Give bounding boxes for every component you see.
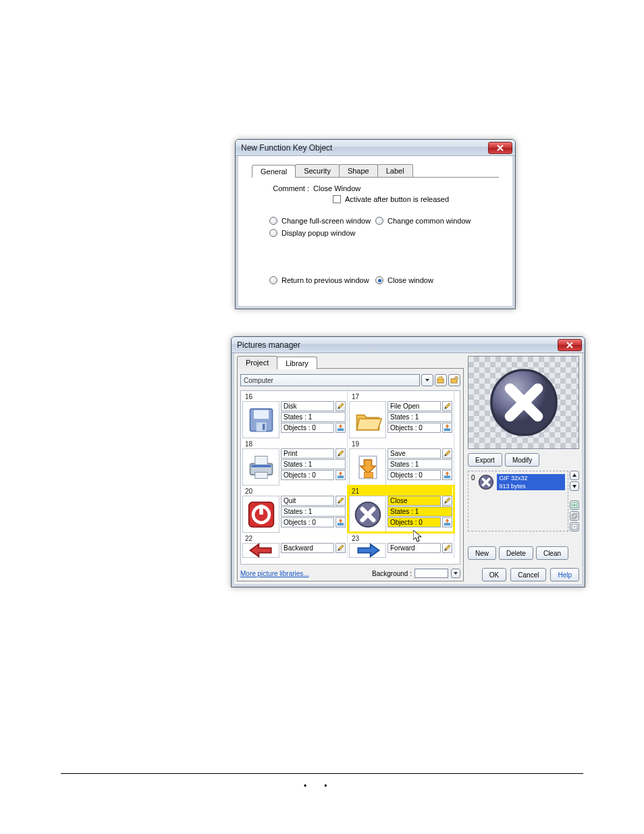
- item-name: Backward: [281, 543, 334, 553]
- rename-icon[interactable]: [442, 496, 452, 506]
- svg-rect-4: [254, 410, 269, 419]
- item-number: 20: [242, 487, 346, 496]
- rename-icon[interactable]: [336, 496, 346, 506]
- grid-item[interactable]: 22Backward: [241, 533, 348, 558]
- library-open-icon[interactable]: [435, 374, 447, 386]
- pictures-manager-dialog: Pictures manager Project Library Compute…: [231, 336, 585, 588]
- radio-return[interactable]: [269, 276, 277, 284]
- radio-common[interactable]: [375, 217, 383, 225]
- item-name: Quit: [281, 496, 334, 506]
- titlebar[interactable]: New Function Key Object: [236, 140, 515, 156]
- svg-rect-20: [338, 523, 344, 525]
- close-icon[interactable]: [558, 339, 582, 351]
- background-color-picker[interactable]: [414, 569, 448, 578]
- item-name: File Open: [387, 401, 441, 411]
- svg-rect-22: [444, 523, 450, 525]
- tab-general[interactable]: General: [252, 165, 296, 178]
- item-name: Save: [387, 448, 441, 459]
- item-number: 19: [349, 440, 452, 448]
- insert-icon[interactable]: [336, 423, 346, 433]
- save-icon: [349, 448, 386, 486]
- svg-rect-13: [338, 475, 344, 478]
- dropdown-icon[interactable]: [451, 569, 460, 578]
- tab-project[interactable]: Project: [237, 356, 277, 369]
- rename-icon[interactable]: [442, 401, 452, 411]
- export-button[interactable]: Export: [468, 453, 502, 467]
- grid-item[interactable]: 16DiskStates : 1Objects : 0: [241, 391, 348, 438]
- rename-icon[interactable]: [336, 401, 346, 411]
- item-states: States : 1: [387, 459, 452, 469]
- tab-shape[interactable]: Shape: [339, 164, 378, 177]
- activate-checkbox[interactable]: [333, 195, 341, 203]
- radio-close[interactable]: [375, 276, 383, 284]
- grid-item[interactable]: 18PrintStates : 1Objects : 0: [241, 438, 348, 486]
- rename-icon[interactable]: [442, 543, 452, 553]
- ok-button[interactable]: OK: [482, 568, 506, 581]
- footer-divider: [61, 773, 583, 774]
- grid-item[interactable]: 20QuitStates : 1Objects : 0: [241, 486, 348, 533]
- close-icon: [487, 365, 561, 440]
- insert-icon[interactable]: [442, 517, 452, 527]
- svg-rect-10: [254, 456, 267, 465]
- rename-icon[interactable]: [336, 448, 346, 459]
- close-icon: [349, 496, 386, 533]
- add-state-icon[interactable]: [570, 500, 579, 510]
- footer-bullets: ••: [304, 781, 344, 791]
- item-name: Forward: [387, 543, 441, 553]
- printer-icon: [242, 448, 279, 486]
- svg-rect-0: [437, 379, 444, 383]
- states-list[interactable]: 0 GIF 32x32 913 bytes: [468, 471, 568, 531]
- svg-rect-15: [364, 472, 373, 477]
- svg-point-29: [574, 526, 575, 527]
- library-new-icon[interactable]: [448, 374, 460, 386]
- grid-item[interactable]: 17File OpenStates : 1Objects : 0: [348, 391, 454, 438]
- grid-item[interactable]: 21CloseStates : 1Objects : 0: [348, 486, 454, 533]
- move-up-icon[interactable]: [570, 471, 579, 480]
- cancel-button[interactable]: Cancel: [510, 568, 546, 581]
- svg-rect-6: [262, 423, 265, 429]
- move-down-icon[interactable]: [570, 481, 579, 491]
- dropdown-icon[interactable]: [421, 374, 433, 386]
- insert-icon[interactable]: [442, 423, 452, 433]
- library-path-dropdown[interactable]: Computer: [240, 374, 420, 386]
- comment-value: Close Window: [313, 184, 360, 192]
- delete-button[interactable]: Delete: [499, 546, 533, 560]
- fwd-icon: [349, 543, 386, 558]
- close-icon[interactable]: [488, 142, 512, 154]
- dialog-title: New Function Key Object: [241, 143, 332, 153]
- insert-icon[interactable]: [442, 470, 452, 480]
- rename-icon[interactable]: [442, 448, 452, 459]
- svg-rect-19: [259, 504, 263, 515]
- tab-label[interactable]: Label: [377, 164, 413, 177]
- tab-security[interactable]: Security: [295, 164, 340, 177]
- state-index: 0: [471, 474, 475, 481]
- grid-item[interactable]: 19SaveStates : 1Objects : 0: [348, 438, 454, 486]
- insert-icon[interactable]: [336, 470, 346, 480]
- preview-panel: [468, 356, 579, 449]
- new-button[interactable]: New: [468, 546, 496, 560]
- new-function-key-dialog: New Function Key Object General Security…: [235, 139, 516, 309]
- picture-grid[interactable]: 16DiskStates : 1Objects : 017File OpenSt…: [240, 390, 460, 565]
- titlebar[interactable]: Pictures manager: [232, 337, 585, 353]
- comment-label: Comment :: [252, 184, 309, 192]
- item-states: States : 1: [281, 412, 346, 422]
- radio-fullscreen[interactable]: [269, 217, 277, 225]
- item-objects: Objects : 0: [281, 470, 334, 480]
- rename-icon[interactable]: [336, 543, 346, 553]
- tab-bar: General Security Shape Label: [252, 164, 499, 178]
- state-info-line2: 913 bytes: [497, 482, 565, 490]
- insert-icon[interactable]: [336, 517, 346, 527]
- dialog-title: Pictures manager: [237, 340, 300, 350]
- svg-rect-16: [444, 475, 450, 478]
- item-number: 21: [349, 487, 452, 496]
- help-button[interactable]: Help: [550, 568, 579, 581]
- modify-button[interactable]: Modify: [505, 453, 539, 467]
- copy-state-icon[interactable]: [570, 511, 579, 521]
- radio-popup[interactable]: [269, 229, 277, 237]
- more-libraries-link[interactable]: More picture libraries...: [240, 570, 309, 577]
- expand-state-icon[interactable]: [570, 522, 579, 531]
- clean-button[interactable]: Clean: [536, 546, 568, 560]
- tab-library[interactable]: Library: [277, 357, 317, 369]
- grid-item[interactable]: 23Forward: [348, 533, 454, 558]
- item-name: Disk: [281, 401, 334, 411]
